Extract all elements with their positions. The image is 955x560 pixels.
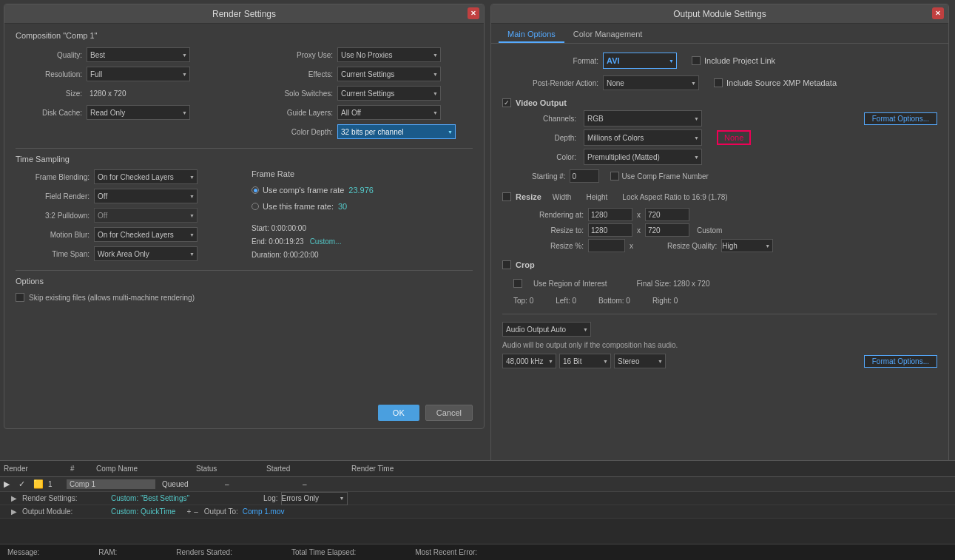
solo-switches-select[interactable]: Current Settings <box>337 86 441 101</box>
rs-value[interactable]: Custom: "Best Settings" <box>111 494 189 502</box>
use-comp-frame-rate-radio[interactable] <box>252 186 259 194</box>
output-module-titlebar: Output Module Settings ✕ <box>491 4 948 24</box>
effects-select[interactable]: Current Settings <box>337 67 441 81</box>
resize-width-input[interactable] <box>588 223 632 237</box>
audio-output-select[interactable]: Audio Output Auto <box>502 322 591 337</box>
pulldown-select[interactable]: Off <box>94 208 198 223</box>
tab-color-management[interactable]: Color Management <box>564 27 652 43</box>
motion-blur-select[interactable]: On for Checked Layers <box>94 227 198 242</box>
motion-blur-label: Motion Blur: <box>16 231 90 239</box>
use-comp-frame-number-checkbox[interactable] <box>610 172 619 181</box>
om-label: Output Module: <box>22 507 111 516</box>
audio-format-options-btn[interactable]: Format Options... <box>864 355 937 368</box>
output-to-value[interactable]: Comp 1.mov <box>243 507 285 516</box>
depth-select[interactable]: Millions of Colors <box>584 129 702 146</box>
channels-label: Channels: <box>517 115 576 123</box>
rs-expand[interactable]: ▶ <box>11 494 22 502</box>
proxy-use-select[interactable]: Use No Proxies <box>337 47 441 62</box>
resize-quality-wrapper[interactable]: High <box>721 239 773 252</box>
quality-select-wrapper[interactable]: Best <box>87 47 190 62</box>
crop-check[interactable] <box>502 260 511 269</box>
post-render-select[interactable]: None <box>603 75 699 90</box>
include-project-link-checkbox[interactable] <box>692 56 701 65</box>
render-settings-buttons: OK Cancel <box>378 405 473 421</box>
total-time-label: Total Time Elapsed: <box>291 548 356 556</box>
skip-existing-checkbox[interactable] <box>16 293 24 302</box>
resize-quality-select[interactable]: High <box>721 239 773 252</box>
resolution-select-wrapper[interactable]: Full <box>87 67 190 81</box>
render-height-input[interactable] <box>645 208 689 221</box>
resize-check[interactable] <box>502 192 511 201</box>
tab-main-options[interactable]: Main Options <box>499 27 564 43</box>
bit-depth-select[interactable]: 16 Bit <box>559 354 611 368</box>
om-expand[interactable]: ▶ <box>11 507 22 516</box>
sample-rate-select[interactable]: 48,000 kHz <box>502 354 556 368</box>
render-settings-close[interactable]: ✕ <box>468 7 479 19</box>
field-render-wrapper[interactable]: Off <box>94 189 198 203</box>
format-select-wrapper[interactable]: AVI <box>603 53 677 69</box>
starting-hash-label: Starting #: <box>532 172 566 181</box>
color-select[interactable]: Premultiplied (Matted) <box>584 149 702 165</box>
tabs-row: Main Options Color Management <box>491 27 948 44</box>
starting-hash-input[interactable] <box>570 169 599 183</box>
row-expand[interactable]: ▶ <box>4 479 15 489</box>
pulldown-wrapper[interactable]: Off <box>94 208 198 223</box>
this-frame-rate-value: 30 <box>338 202 347 211</box>
render-row-1: ▶ ✓ 🟨 1 Comp 1 Queued – – <box>0 477 955 492</box>
options-title: Options <box>16 277 473 286</box>
om-value[interactable]: Custom: QuickTime <box>111 507 175 516</box>
solo-switches-select-wrapper[interactable]: Current Settings <box>337 86 441 101</box>
disk-cache-select[interactable]: Read Only <box>87 105 190 120</box>
render-width-input[interactable] <box>588 208 632 221</box>
col-started: Started <box>266 465 340 473</box>
depth-label: Depth: <box>517 134 576 142</box>
video-output-check[interactable] <box>502 98 511 107</box>
final-size-label: Final Size: 1280 x 720 <box>637 280 710 288</box>
row-check[interactable]: ✓ <box>18 479 30 489</box>
video-output-label: Video Output <box>516 98 567 107</box>
guide-layers-select[interactable]: All Off <box>337 105 441 120</box>
channels-select-wrapper[interactable]: RGB <box>584 110 702 126</box>
size-label: Size: <box>16 90 82 98</box>
include-source-xmp-checkbox[interactable] <box>714 78 723 87</box>
quality-select[interactable]: Best <box>87 47 190 62</box>
audio-output-wrapper[interactable]: Audio Output Auto <box>502 322 591 337</box>
log-select-wrapper[interactable]: Errors Only <box>281 492 348 505</box>
use-this-frame-rate-radio[interactable] <box>252 203 259 210</box>
start-time: Start: 0:00:00:00 <box>252 224 306 232</box>
resolution-select[interactable]: Full <box>87 67 190 81</box>
channels-select[interactable]: RGB <box>584 110 702 126</box>
field-render-select[interactable]: Off <box>94 189 198 203</box>
format-select[interactable]: AVI <box>603 53 677 69</box>
render-settings-ok[interactable]: OK <box>378 405 419 421</box>
disk-cache-select-wrapper[interactable]: Read Only <box>87 105 190 120</box>
post-render-select-wrapper[interactable]: None <box>603 75 699 90</box>
guide-layers-select-wrapper[interactable]: All Off <box>337 105 441 120</box>
depth-select-wrapper[interactable]: Millions of Colors <box>584 129 702 146</box>
use-roi-checkbox[interactable] <box>513 279 522 288</box>
row-render-time: – <box>303 480 377 488</box>
resize-height-input[interactable] <box>645 223 689 237</box>
resize-quality-label: Resize Quality: <box>667 242 717 250</box>
motion-blur-wrapper[interactable]: On for Checked Layers <box>94 227 198 242</box>
use-comp-frame-number-label: Use Comp Frame Number <box>622 172 709 181</box>
color-depth-select[interactable]: 32 bits per channel <box>337 124 456 139</box>
channels-wrapper[interactable]: Stereo <box>614 354 666 368</box>
frame-blending-select[interactable]: On for Checked Layers <box>94 169 198 184</box>
sample-rate-wrapper[interactable]: 48,000 kHz <box>502 354 556 368</box>
output-module-close[interactable]: ✕ <box>932 7 944 19</box>
time-span-wrapper[interactable]: Work Area Only <box>94 246 198 261</box>
custom-button[interactable]: Custom... <box>310 237 342 246</box>
proxy-use-select-wrapper[interactable]: Use No Proxies <box>337 47 441 62</box>
resize-pct-w[interactable] <box>588 239 625 252</box>
color-select-wrapper[interactable]: Premultiplied (Matted) <box>584 149 702 165</box>
bit-depth-wrapper[interactable]: 16 Bit <box>559 354 611 368</box>
frame-blending-wrapper[interactable]: On for Checked Layers <box>94 169 198 184</box>
render-settings-cancel[interactable]: Cancel <box>425 405 473 421</box>
log-select[interactable]: Errors Only <box>281 492 348 505</box>
effects-select-wrapper[interactable]: Current Settings <box>337 67 441 81</box>
audio-channels-select[interactable]: Stereo <box>614 354 666 368</box>
color-depth-select-wrapper[interactable]: 32 bits per channel <box>337 124 456 139</box>
format-options-button[interactable]: Format Options... <box>864 112 937 125</box>
time-span-select[interactable]: Work Area Only <box>94 246 198 261</box>
